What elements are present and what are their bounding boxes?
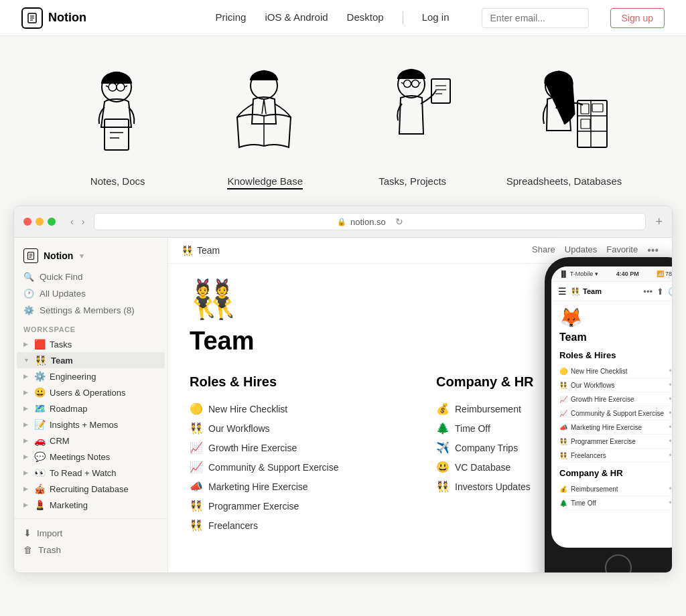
address-bar[interactable]: 🔒 notion.so ↻ (94, 213, 646, 230)
phone-item-more[interactable]: ••• (669, 437, 672, 446)
phone-list-item[interactable]: 📈 Growth Hire Exercise ••• (559, 392, 672, 406)
hero-item-tasks[interactable]: Tasks, Projects (359, 60, 466, 189)
sidebar-item-tasks[interactable]: ▶ 🟥 Tasks (17, 336, 165, 352)
top-nav: Notion Pricing iOS & Android Desktop Log… (0, 0, 686, 36)
sidebar-item-roadmap[interactable]: ▶ 🗺️ Roadmap (17, 400, 165, 416)
tasks-icon: 🟥 (33, 339, 46, 350)
nav-ios-android[interactable]: iOS & Android (265, 11, 328, 25)
phone-item-more[interactable]: ••• (669, 380, 672, 390)
email-input[interactable] (482, 8, 589, 28)
forward-arrow[interactable]: › (79, 216, 88, 227)
trash-action[interactable]: 🗑 Trash (14, 542, 167, 558)
roles-column: Roles & Hires 🟡 New Hire Checklist 👯 Our… (190, 374, 404, 535)
insights-icon: 📝 (33, 419, 46, 430)
phone-item-more[interactable]: ••• (669, 498, 672, 508)
sidebar-item-meetings[interactable]: ▶ 💬 Meetings Notes (17, 449, 165, 465)
nav-logo[interactable]: Notion (21, 7, 86, 29)
sidebar-item-marketing[interactable]: ▶ 💄 Marketing (17, 497, 165, 513)
nav-login[interactable]: Log in (422, 11, 450, 25)
list-item-programmer[interactable]: 👯 Programmer Exercise (190, 496, 404, 516)
phone-item-label: New Hire Checklist (571, 368, 627, 375)
hero-item-notes[interactable]: Notes, Docs (64, 60, 172, 189)
more-button[interactable]: ••• (647, 244, 659, 256)
sidebar-item-engineering[interactable]: ▶ ⚙️ Engineering (17, 368, 165, 384)
list-item-marketing[interactable]: 📣 Marketing Hire Exercise (190, 477, 404, 496)
company-trips-icon: ✈️ (436, 441, 450, 454)
sidebar-item-recruiting[interactable]: ▶ 🎪 Recruiting Database (17, 481, 165, 497)
settings-action[interactable]: ⚙️ Settings & Members (8) (14, 302, 167, 319)
phone-list-item[interactable]: 👯 Programmer Exercise ••• (559, 435, 672, 449)
page-emoji-header: 👯 (182, 245, 193, 256)
chevron-icon: ▶ (23, 341, 28, 348)
phone-item-more[interactable]: ••• (669, 451, 672, 460)
svg-point-17 (403, 80, 411, 88)
browser-chrome: ‹ › 🔒 notion.so ↻ + (14, 206, 672, 238)
import-action[interactable]: ⬇ Import (14, 524, 167, 542)
updates-button[interactable]: Updates (565, 244, 597, 256)
quick-find-action[interactable]: 🔍 Quick Find (14, 268, 167, 285)
list-item-community[interactable]: 📈 Community & Support Exercise (190, 457, 404, 477)
phone-clock-icon[interactable]: 🕐 (668, 287, 672, 297)
crm-icon: 🚗 (33, 435, 46, 446)
list-item-growth-hire[interactable]: 📈 Growth Hire Exercise (190, 438, 404, 457)
phone-home-button[interactable] (605, 554, 632, 572)
new-hire-icon: 🟡 (190, 402, 203, 415)
hero-item-spreadsheets[interactable]: Spreadsheets, Databases (506, 60, 622, 189)
close-button[interactable] (23, 218, 31, 226)
phone-item-more[interactable]: ••• (669, 408, 672, 418)
phone-list-item[interactable]: 📈 Community & Support Exercise ••• (559, 406, 672, 420)
time-off-icon: 🌲 (436, 422, 450, 435)
phone-item-more[interactable]: ••• (669, 394, 672, 404)
sidebar-item-team[interactable]: ▼ 👯 Team (17, 352, 165, 368)
phone-list-item[interactable]: 🟡 New Hire Checklist ••• (559, 364, 672, 378)
workspace-label: WORKSPACE (14, 319, 167, 336)
new-tab-button[interactable]: + (655, 215, 663, 229)
browser-wrapper: ‹ › 🔒 notion.so ↻ + (0, 206, 686, 587)
phone-list-item[interactable]: 👯 Freelancers ••• (559, 449, 672, 463)
phone-share-icon[interactable]: ⬆ (657, 287, 664, 297)
signup-button[interactable]: Sign up (610, 8, 665, 28)
sidebar-item-users-ops[interactable]: ▶ 😀 Users & Operations (17, 384, 165, 400)
hero-illustration-notes (64, 60, 172, 167)
phone-menu-icon[interactable]: ☰ (558, 286, 567, 297)
svg-point-6 (117, 83, 125, 91)
meetings-label: Meetings Notes (50, 452, 155, 462)
list-item-new-hire[interactable]: 🟡 New Hire Checklist (190, 399, 404, 418)
phone-carrier: ▐▌ T-Mobile ▾ (559, 271, 598, 277)
recruiting-icon: 🎪 (33, 483, 46, 494)
sidebar-item-insights[interactable]: ▶ 📝 Insights + Memos (17, 416, 165, 433)
svg-rect-32 (581, 119, 590, 129)
svg-rect-21 (431, 79, 450, 103)
svg-line-19 (401, 82, 403, 84)
phone-icon: 👯 (559, 452, 567, 459)
sidebar-item-crm[interactable]: ▶ 🚗 CRM (17, 433, 165, 449)
url-text: notion.so (350, 217, 386, 227)
phone-list-item[interactable]: 📣 Marketing Hire Exercise ••• (559, 420, 672, 435)
back-arrow[interactable]: ‹ (68, 216, 76, 227)
sidebar-item-read-watch[interactable]: ▶ 👀 To Read + Watch (17, 465, 165, 481)
maximize-button[interactable] (48, 218, 56, 226)
phone-more-icon[interactable]: ••• (643, 287, 653, 297)
all-updates-action[interactable]: 🕐 All Updates (14, 285, 167, 302)
list-item-freelancers[interactable]: 👯 Freelancers (190, 516, 404, 535)
share-button[interactable]: Share (532, 244, 555, 256)
sidebar-logo-row[interactable]: Notion ▾ (14, 246, 167, 268)
minimize-button[interactable] (36, 218, 44, 226)
phone-item-more[interactable]: ••• (669, 366, 672, 376)
favorite-button[interactable]: Favorite (606, 244, 638, 256)
reload-button[interactable]: ↻ (395, 216, 403, 227)
phone-item-more[interactable]: ••• (669, 422, 672, 432)
programmer-label: Programmer Exercise (208, 501, 299, 512)
list-item-workflows[interactable]: 👯 Our Workflows (190, 418, 404, 438)
main-content: 👯 Team Share Updates Favorite ••• 👯 Team (168, 238, 672, 572)
roadmap-label: Roadmap (50, 404, 155, 414)
phone-list-item[interactable]: 💰 Reimbursement ••• (559, 482, 672, 496)
nav-pricing[interactable]: Pricing (216, 11, 247, 25)
hero-item-knowledge[interactable]: Knowledge Base (212, 60, 319, 189)
phone-item-more[interactable]: ••• (669, 484, 672, 493)
app-content: Notion ▾ 🔍 Quick Find 🕐 All Updates ⚙️ S… (14, 238, 672, 572)
phone-list-item[interactable]: 🌲 Time Off ••• (559, 496, 672, 510)
phone-list-item[interactable]: 👯 Our Workflows ••• (559, 378, 672, 392)
nav-desktop[interactable]: Desktop (347, 11, 384, 25)
wifi-icon: ▾ (595, 271, 598, 277)
